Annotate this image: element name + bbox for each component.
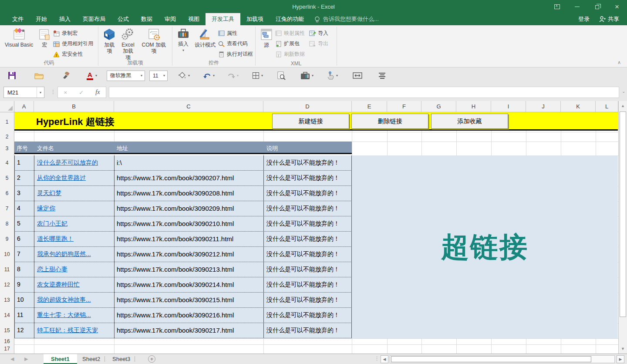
tab-formulas[interactable]: 公式 (111, 13, 135, 25)
cell-file-name-link[interactable]: 没什么是不可以放弃的 (37, 159, 98, 167)
cell-note[interactable]: 没什么是可以不能放弃的！ (266, 235, 340, 243)
cell-serial-number[interactable]: 4 (17, 205, 20, 212)
tab-custom-feature[interactable]: 江兔的功能 (270, 13, 310, 25)
row-header-10[interactable]: 10 (0, 247, 14, 262)
tell-me-box[interactable]: 告诉我您想要做什么... (310, 13, 383, 25)
cell-file-name-link[interactable]: 灵天幻梦 (37, 189, 61, 197)
cell-file-name-link[interactable]: 恋上甜心妻 (37, 266, 67, 273)
use-relative-references-button[interactable]: 使用相对引用 (53, 40, 93, 48)
column-header-I[interactable]: I (491, 101, 526, 112)
cell-serial-number[interactable]: 1 (17, 159, 20, 166)
cell-address[interactable]: https://www.17k.com/book/3090215.html (117, 296, 234, 303)
cell-file-name-link[interactable]: 从你的全世界路过 (37, 174, 86, 182)
export-button[interactable]: 导出 (309, 40, 328, 48)
row-header-6[interactable]: 6 (0, 186, 14, 201)
sheet-tab-sheet3[interactable]: Sheet3 (105, 354, 138, 364)
cell-file-name-link[interactable]: 重生七零：大佬锦... (37, 311, 91, 319)
com-addins-button[interactable]: ✓ COM 加载项 (138, 27, 170, 54)
row-header-11[interactable]: 11 (0, 262, 14, 277)
cell-note[interactable]: 没什么是可以不能放弃的！ (266, 250, 340, 258)
column-header-C[interactable]: C (114, 101, 263, 112)
select-all-corner[interactable] (0, 101, 14, 112)
close-button[interactable]: × (607, 0, 627, 13)
import-button[interactable]: 导入 (309, 29, 328, 37)
cell-note[interactable]: 没什么是可以不能放弃的！ (266, 205, 340, 212)
font-color-button[interactable]: A ▾ (85, 70, 99, 82)
expansion-packs-button[interactable]: 扩展包 (275, 40, 305, 48)
cell-address[interactable]: https://www.17k.com/book/3090216.html (117, 311, 234, 319)
row-header-8[interactable]: 8 (0, 216, 14, 232)
formula-input[interactable] (109, 87, 619, 98)
cell-address[interactable]: i:\ (117, 159, 122, 166)
cell-serial-number[interactable]: 12 (17, 327, 24, 334)
excel-addins-button[interactable]: Excel 加载项 (118, 27, 138, 61)
cell-file-name-link[interactable]: 我的超级女神故事... (37, 296, 91, 304)
borders-button[interactable]: ▾ (251, 70, 265, 82)
cell-serial-number[interactable]: 11 (17, 311, 24, 318)
row-header-14[interactable]: 14 (0, 308, 14, 323)
row-header-5[interactable]: 5 (0, 171, 14, 186)
cell-serial-number[interactable]: 10 (17, 296, 24, 303)
column-header-B[interactable]: B (34, 101, 114, 112)
restore-button[interactable] (587, 0, 607, 13)
tab-home[interactable]: 开始 (30, 13, 53, 25)
scroll-up-arrow[interactable]: ▲ (620, 102, 626, 109)
horizontal-scrollbar[interactable] (390, 355, 615, 363)
font-size-select[interactable]: 11▾ (149, 71, 168, 81)
row-header-7[interactable]: 7 (0, 201, 14, 216)
font-name-select[interactable]: 微软雅黑▾ (107, 71, 145, 81)
row-header-12[interactable]: 12 (0, 277, 14, 293)
cell-note[interactable]: 没什么是可以不能放弃的！ (266, 311, 340, 319)
cell-file-name-link[interactable]: 道长哪里跑！ (37, 235, 74, 243)
new-sheet-button[interactable]: + (148, 355, 155, 363)
share-button[interactable]: 共享 (599, 15, 619, 23)
column-header-H[interactable]: H (456, 101, 491, 112)
column-header-D[interactable]: D (263, 101, 352, 112)
formula-bar-expand-arrow[interactable]: ⌄ (622, 89, 625, 94)
fill-color-button[interactable]: ▾ (176, 70, 192, 82)
record-macro-button[interactable]: 录制宏 (53, 29, 93, 37)
row-header-3[interactable]: 3 (0, 142, 14, 155)
cancel-entry-button[interactable]: × (64, 89, 67, 96)
cell-serial-number[interactable]: 6 (17, 235, 20, 242)
sheet-tab-sheet1[interactable]: Sheet1 (44, 354, 77, 364)
row-header-4[interactable]: 4 (0, 155, 14, 171)
cell-address[interactable]: https://www.17k.com/book/3090213.html (117, 266, 234, 273)
cell-file-name-link[interactable]: 我承包的奶狗居然... (37, 250, 91, 258)
column-header-F[interactable]: F (387, 101, 421, 112)
save-button[interactable] (6, 70, 18, 82)
cell-note[interactable]: 没什么是可以不能放弃的！ (266, 327, 340, 334)
cell-serial-number[interactable]: 3 (17, 189, 20, 196)
scroll-down-arrow[interactable]: ▼ (620, 345, 626, 352)
tab-data[interactable]: 数据 (135, 13, 158, 25)
cell-address[interactable]: https://www.17k.com/book/3090209.html (117, 205, 234, 212)
row-header-16[interactable]: 16 (0, 338, 14, 344)
row-header-9[interactable]: 9 (0, 232, 14, 247)
tab-page-layout[interactable]: 页面布局 (77, 13, 111, 25)
vertical-scroll-thumb[interactable] (620, 111, 626, 317)
insert-control-button[interactable]: 插入 ▾ (175, 27, 192, 53)
visual-basic-button[interactable]: Visual Basic (2, 27, 36, 48)
confirm-entry-button[interactable]: ✓ (79, 89, 84, 96)
ribbon-display-options-button[interactable] (547, 0, 567, 13)
sheet-nav-prev-arrow[interactable]: ◀ (10, 354, 14, 364)
print-preview-button[interactable] (275, 70, 287, 82)
scrollbar-resize-handle[interactable]: ⋮ (374, 356, 379, 361)
delete-link-button[interactable]: 删除链接 (351, 114, 428, 129)
cell-note[interactable]: 没什么是可以不能放弃的！ (266, 296, 340, 304)
toolbox-button[interactable]: ▾ (299, 70, 315, 82)
cell-address[interactable]: https://www.17k.com/book/3090207.html (117, 174, 234, 182)
refresh-data-button[interactable]: ! 刷新数据 (275, 50, 305, 58)
row-header-15[interactable]: 15 (0, 323, 14, 338)
column-header-E[interactable]: E (352, 101, 387, 112)
row-header-17[interactable]: 17 (0, 344, 14, 354)
name-box[interactable]: M21 ▾ (3, 87, 44, 98)
horizontal-scroll-thumb[interactable] (391, 356, 591, 362)
sheet-tab-sheet2[interactable]: Sheet2 (75, 354, 108, 364)
column-header-K[interactable]: K (561, 101, 596, 112)
undo-button[interactable]: ▾ (201, 70, 216, 82)
column-header-J[interactable]: J (526, 101, 561, 112)
cell-address[interactable]: https://www.17k.com/book/3090211.html (117, 235, 233, 243)
collapse-ribbon-button[interactable]: ∧ (617, 60, 621, 65)
run-dialog-button[interactable]: 执行对话框 (218, 50, 253, 58)
